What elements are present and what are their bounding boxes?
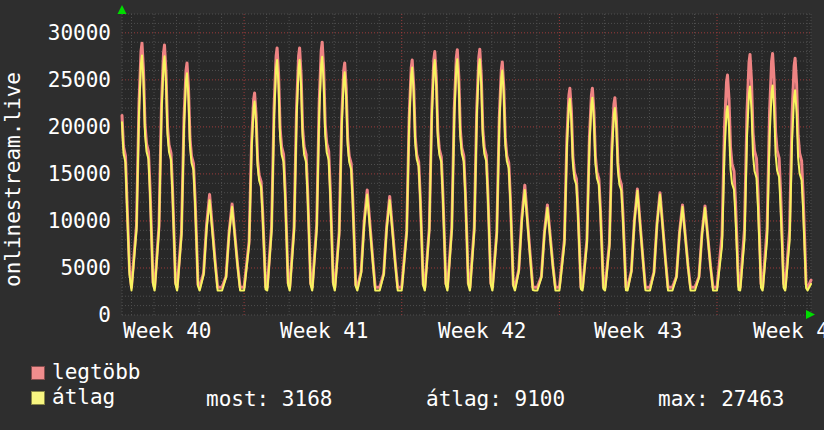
legend-swatch-atlag <box>31 391 45 405</box>
y-tick-label: 15000 <box>18 163 111 185</box>
legend-label-atlag: átlag <box>52 386 115 408</box>
y-axis-arrow-icon <box>118 5 127 14</box>
y-tick-label: 20000 <box>18 116 111 138</box>
y-tick-label: 25000 <box>18 69 111 91</box>
x-tick-label: Week 42 <box>438 320 527 342</box>
x-tick-label: Week 43 <box>594 320 683 342</box>
rrd-graph: onlinestream.live 3000025000200001500010… <box>0 0 824 430</box>
legend-swatch-legtobb <box>31 366 45 380</box>
y-tick-label: 5000 <box>18 257 111 279</box>
stat-most: most: 3168 <box>206 388 332 410</box>
legend-label-legtobb: legtöbb <box>52 361 141 383</box>
stat-max: max: 27463 <box>658 388 784 410</box>
stat-atlag: átlag: 9100 <box>426 388 565 410</box>
y-tick-label: 30000 <box>18 22 111 44</box>
x-tick-label: Week 40 <box>123 320 212 342</box>
y-tick-label: 0 <box>18 304 111 326</box>
y-tick-label: 10000 <box>18 210 111 232</box>
x-tick-label: Week 44 <box>753 320 824 342</box>
x-tick-label: Week 41 <box>280 320 369 342</box>
